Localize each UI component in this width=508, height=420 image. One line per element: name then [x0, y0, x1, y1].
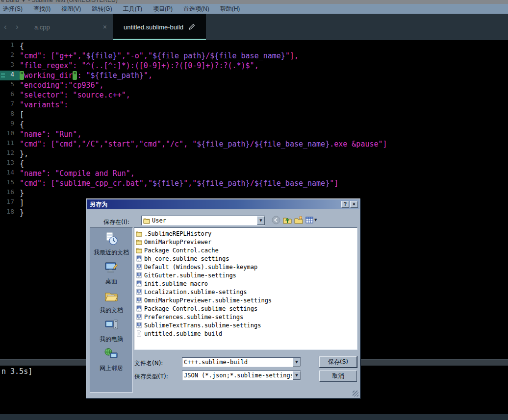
dialog-title: 另存为 — [90, 200, 340, 209]
file-name-combobox[interactable]: C+++.sublime-build ▼ — [182, 357, 301, 367]
chevron-down-icon[interactable]: ▼ — [257, 216, 265, 225]
help-button[interactable]: ? — [341, 201, 349, 208]
chevron-down-icon[interactable]: ▼ — [293, 371, 301, 380]
file-name: bh_core.sublime-settings — [144, 255, 229, 262]
file-list-item[interactable]: .SublimeREPLHistory — [136, 229, 357, 238]
file-list-item[interactable]: bh_core.sublime-settings — [136, 254, 357, 263]
up-one-level-icon[interactable] — [283, 216, 292, 224]
file-list-item[interactable]: Package Control.cache — [136, 246, 357, 254]
file-list-item[interactable]: untitled.sublime-build — [136, 329, 357, 338]
file-list-item[interactable]: Preferences.sublime-settings — [136, 313, 357, 321]
code-text: "file_regex": "^(..[^:]*):([0-9]+):?([0-… — [20, 61, 259, 71]
file-list-item[interactable]: GitGutter.sublime-settings — [136, 271, 357, 279]
line-number: 13 — [0, 159, 20, 169]
history-forward-icon[interactable]: › — [16, 14, 19, 40]
code-line: 7"variants": — [0, 100, 387, 110]
file-name-label: 文件名(N): — [134, 359, 163, 368]
code-text: "selector": "source.c++", — [20, 90, 130, 100]
back-icon[interactable] — [272, 216, 280, 224]
file-list-item[interactable]: Package Control.sublime-settings — [136, 304, 357, 313]
place-item[interactable]: 网上邻居 — [100, 347, 123, 372]
code-text: ] — [20, 198, 24, 208]
code-text: "working_dir": "${file_path}", — [20, 71, 152, 80]
file-name: init.sublime-macro — [144, 280, 208, 287]
file-list-item[interactable]: Localization.sublime-settings — [136, 288, 357, 296]
menu-item[interactable]: 项目(P) — [148, 5, 178, 13]
place-label: 桌面 — [105, 277, 117, 286]
place-item[interactable]: 我的电脑 — [100, 318, 123, 344]
file-list[interactable]: .SublimeREPLHistoryOmniMarkupPreviewerPa… — [134, 227, 357, 350]
view-menu-icon[interactable]: ▼ — [305, 216, 317, 224]
tab-label: a.cpp — [34, 24, 50, 31]
save-button[interactable]: 保存(S) — [319, 356, 357, 368]
dialog-toolbar: ▼ — [272, 216, 317, 224]
network-icon — [104, 347, 119, 364]
file-name: untitled.sublime-build — [144, 330, 222, 337]
code-text: "encoding":"cp936", — [20, 80, 104, 90]
menu-item[interactable]: 帮助(H) — [215, 5, 246, 13]
folder-icon — [136, 239, 142, 245]
file-name: GitGutter.sublime-settings — [144, 272, 236, 279]
save-in-value: User — [152, 217, 256, 224]
menu-item[interactable]: 首选项(N) — [178, 5, 215, 13]
file-list-item[interactable]: OmniMarkupPreviewer.sublime-settings — [136, 296, 357, 304]
folder-icon — [136, 231, 142, 237]
line-number: 18 — [0, 208, 20, 218]
line-number: 4 — [0, 71, 20, 80]
file-list-item[interactable]: SublimeTextTrans.sublime-settings — [136, 321, 357, 329]
tab-a-cpp[interactable]: a.cpp × — [27, 14, 113, 40]
code-text: "cmd": ["sublime_cpp_cr.bat","${file}","… — [20, 178, 338, 188]
window-title: e Build ▼ - Sublime Text (UNREGISTERED) — [1, 0, 118, 3]
code-line: 10"name": "Run", — [0, 129, 387, 139]
line-number: 14 — [0, 169, 20, 178]
menu-item[interactable]: 选择(S) — [0, 5, 28, 13]
place-item[interactable]: 我的文档 — [100, 289, 123, 315]
close-button[interactable]: × — [350, 201, 358, 208]
chevron-down-icon[interactable]: ▼ — [293, 358, 301, 367]
close-tab-icon[interactable]: × — [103, 23, 107, 31]
mycomputer-icon — [104, 318, 119, 335]
cancel-button[interactable]: 取消 — [319, 371, 357, 382]
line-number: 11 — [0, 139, 20, 149]
file-list-item[interactable]: OmniMarkupPreviewer — [136, 238, 357, 246]
code-line: 13{ — [0, 159, 387, 169]
dialog-title-bar[interactable]: 另存为 ? × — [87, 199, 359, 209]
tab-untitled-sublime-build[interactable]: untitled.sublime-build — [113, 14, 206, 40]
folder-icon — [136, 247, 142, 253]
line-number: 9 — [0, 120, 20, 129]
file-list-item[interactable]: init.sublime-macro — [136, 279, 357, 288]
file-name: Default (Windows).sublime-keymap — [144, 264, 257, 271]
file-name-value[interactable]: C+++.sublime-build — [184, 359, 292, 366]
settings-icon — [136, 264, 142, 270]
menu-item[interactable]: 跳转(G) — [86, 5, 117, 13]
file-type-combobox[interactable]: JSON (*.json;*.sublime-settings;*.subl ▼ — [182, 371, 301, 380]
history-back-icon[interactable]: ‹ — [4, 14, 7, 40]
code-text: { — [20, 41, 24, 51]
new-folder-icon[interactable] — [294, 216, 303, 224]
place-item[interactable]: 我最近的文档 — [94, 231, 129, 257]
place-label: 网上邻居 — [100, 364, 123, 372]
settings-icon — [136, 280, 142, 287]
line-number: 16 — [0, 188, 20, 198]
code-text: { — [20, 120, 24, 129]
file-list-item[interactable]: Default (Windows).sublime-keymap — [136, 263, 357, 271]
line-number: 3 — [0, 61, 20, 71]
file-name: .SublimeREPLHistory — [144, 230, 211, 237]
menu-item[interactable]: 工具(T) — [118, 5, 148, 13]
settings-icon — [136, 305, 142, 312]
code-line: 16} — [0, 188, 387, 198]
line-number: 1 — [0, 41, 20, 51]
menu-item[interactable]: 查找(I) — [28, 5, 56, 13]
tab-label: untitled.sublime-build — [124, 24, 183, 31]
code-line: 6"selector": "source.c++", — [0, 90, 387, 100]
menu-item[interactable]: 视图(V) — [56, 5, 86, 13]
code-editor[interactable]: 1{2"cmd": ["g++","${file}","-o","${file_… — [0, 41, 387, 218]
place-item[interactable]: 桌面 — [104, 260, 119, 286]
code-text: "name": "Compile and Run", — [20, 169, 135, 178]
chevron-down-icon: ▼ — [314, 218, 317, 222]
save-in-combobox[interactable]: User ▼ — [141, 216, 265, 225]
line-number: 2 — [0, 51, 20, 61]
file-type-value[interactable]: JSON (*.json;*.sublime-settings;*.subl — [184, 372, 292, 379]
resize-grip[interactable] — [353, 391, 358, 396]
settings-icon — [136, 314, 142, 320]
